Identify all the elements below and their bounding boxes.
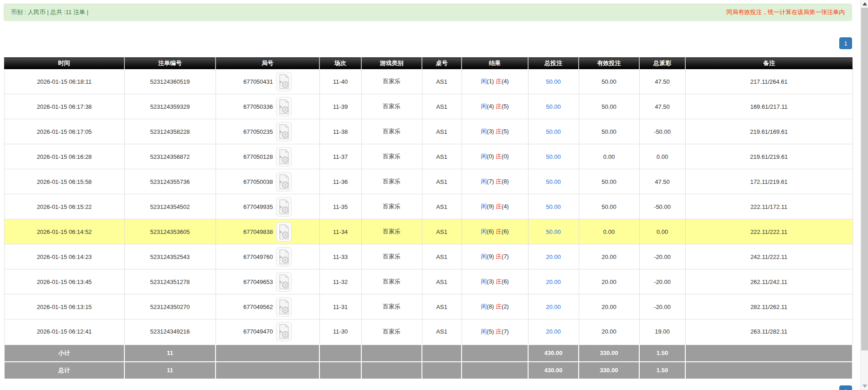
table-number-cell: AS1	[422, 244, 462, 269]
video-replay-button[interactable]	[276, 247, 292, 267]
summary-count-cell: 11	[124, 362, 216, 379]
video-replay-button[interactable]	[276, 197, 292, 217]
bet-number-cell: 523124352543	[124, 244, 216, 269]
session-cell: 11-32	[319, 269, 361, 294]
player-result-label: 闲	[481, 103, 487, 110]
table-row: 2026-01-15 06:15:58523124355736677050038…	[4, 169, 853, 194]
video-replay-icon	[277, 99, 290, 115]
valid-bet-cell: 50.00	[579, 119, 639, 144]
round-number: 677049470	[243, 328, 273, 335]
remark-cell: 172.11/219.61	[685, 169, 853, 194]
video-replay-button[interactable]	[276, 97, 292, 116]
video-replay-button[interactable]	[276, 222, 292, 242]
player-result-points: (7)	[487, 178, 494, 185]
time-cell: 2026-01-15 06:18:11	[4, 69, 124, 94]
banker-result-points: (5)	[502, 128, 509, 135]
total-bet-link[interactable]: 50.00	[546, 228, 561, 235]
player-result-label: 闲	[481, 253, 487, 260]
result-cell: 闲(3) 庄(5)	[462, 119, 528, 144]
vertical-scrollbar[interactable]	[860, 0, 868, 390]
game-type-cell: 百家乐	[361, 169, 422, 194]
total-bet-link[interactable]: 50.00	[546, 203, 561, 210]
banker-result-points: (6)	[502, 228, 509, 235]
video-replay-button[interactable]	[276, 122, 292, 142]
total-payout-cell: 0.00	[639, 219, 685, 244]
table-row: 2026-01-15 06:15:22523124354502677049935…	[4, 194, 853, 219]
scroll-up-button[interactable]	[861, 0, 868, 8]
page-button-1[interactable]: 1	[839, 37, 852, 49]
player-result-points: (9)	[487, 253, 494, 260]
bet-number-cell: 523124360519	[124, 69, 216, 94]
table-number-cell: AS1	[422, 219, 462, 244]
summary-remark-cell	[685, 344, 853, 362]
table-row: 2026-01-15 06:17:38523124359329677050336…	[4, 94, 853, 119]
summary-total-bet-cell: 430.00	[528, 362, 579, 379]
player-result-points: (3)	[487, 128, 494, 135]
arrow-up-icon	[863, 2, 867, 5]
valid-bet-cell: 50.00	[579, 169, 639, 194]
game-type-cell: 百家乐	[361, 94, 422, 119]
page-content: 币别 : 人民币 | 总共 :11 注单 | 同局有效投注，统一计算在该局第一张…	[4, 4, 852, 390]
player-result-points: (5)	[487, 328, 494, 335]
total-bet-cell: 50.00	[528, 169, 579, 194]
result-cell: 闲(9) 庄(7)	[462, 244, 528, 269]
total-bet-link[interactable]: 50.00	[546, 128, 561, 135]
session-cell: 11-36	[319, 169, 361, 194]
total-payout-cell: 0.00	[639, 144, 685, 169]
table-row: 2026-01-15 06:13:15523124350270677049562…	[4, 294, 853, 319]
total-bet-link[interactable]: 20.00	[546, 328, 561, 335]
banker-result-points: (4)	[502, 78, 509, 85]
total-bet-link[interactable]: 20.00	[546, 253, 561, 260]
total-payout-cell: -20.00	[639, 269, 685, 294]
valid-bet-cell: 20.00	[579, 269, 639, 294]
summary-total-bet-cell: 430.00	[528, 344, 579, 362]
video-replay-button[interactable]	[276, 72, 292, 91]
round-wrap: 677049470	[243, 322, 292, 341]
round-cell: 677050038	[216, 169, 319, 194]
session-cell: 11-30	[319, 319, 361, 344]
video-replay-button[interactable]	[276, 147, 292, 167]
valid-bet-cell: 0.00	[579, 219, 639, 244]
table-number-cell: AS1	[422, 169, 462, 194]
time-cell: 2026-01-15 06:16:28	[4, 144, 124, 169]
table-row: 2026-01-15 06:16:28523124356872677050128…	[4, 144, 853, 169]
table-number-cell: AS1	[422, 144, 462, 169]
player-result-label: 闲	[481, 278, 487, 285]
player-result-label: 闲	[481, 328, 487, 335]
round-wrap: 677050431	[243, 72, 292, 91]
total-payout-cell: 47.50	[639, 94, 685, 119]
video-replay-button[interactable]	[276, 272, 292, 292]
video-replay-icon	[277, 224, 290, 240]
valid-bet-cell: 50.00	[579, 69, 639, 94]
time-cell: 2026-01-15 06:15:22	[4, 194, 124, 219]
total-payout-cell: -50.00	[639, 194, 685, 219]
video-replay-button[interactable]	[276, 172, 292, 192]
total-bet-cell: 20.00	[528, 269, 579, 294]
table-row: 2026-01-15 06:13:45523124351278677049653…	[4, 269, 853, 294]
column-header-6: 结果	[462, 58, 528, 69]
total-bet-link[interactable]: 20.00	[546, 279, 561, 285]
total-bet-link[interactable]: 50.00	[546, 153, 561, 160]
total-bet-link[interactable]: 50.00	[546, 78, 561, 85]
time-cell: 2026-01-15 06:17:05	[4, 119, 124, 144]
game-type-cell: 百家乐	[361, 144, 422, 169]
total-bet-link[interactable]: 50.00	[546, 178, 561, 185]
column-header-9: 总派彩	[639, 58, 685, 69]
table-row: 2026-01-15 06:18:11523124360519677050431…	[4, 69, 853, 94]
page-button-1-bottom[interactable]: 1	[839, 385, 852, 390]
game-type-cell: 百家乐	[361, 294, 422, 319]
scroll-down-button[interactable]	[861, 382, 868, 390]
video-replay-button[interactable]	[276, 297, 292, 317]
banker-result-label: 庄	[496, 253, 502, 260]
scrollbar-thumb[interactable]	[861, 8, 868, 350]
total-bet-link[interactable]: 20.00	[546, 304, 561, 310]
pagination-top: 1	[4, 37, 852, 49]
round-number: 677049653	[243, 279, 273, 285]
total-bet-cell: 50.00	[528, 194, 579, 219]
session-cell: 11-37	[319, 144, 361, 169]
session-cell: 11-31	[319, 294, 361, 319]
video-replay-button[interactable]	[276, 322, 292, 341]
total-bet-link[interactable]: 50.00	[546, 103, 561, 110]
banker-result-label: 庄	[496, 78, 502, 85]
banker-result-label: 庄	[496, 278, 502, 285]
